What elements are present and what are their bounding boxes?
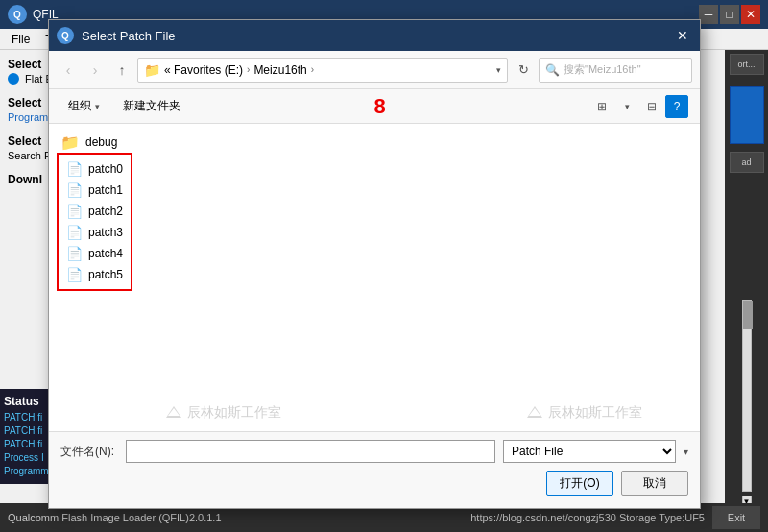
maximize-btn[interactable]: □ xyxy=(720,5,739,24)
watermark-right: 辰林如斯工作室 xyxy=(525,404,642,422)
file-icon-patch0: 📄 xyxy=(66,161,83,177)
breadcrumb-meizu: Meizu16th xyxy=(253,63,306,77)
refresh-button[interactable]: ↻ xyxy=(512,59,535,82)
file-icon-patch2: 📄 xyxy=(66,204,83,219)
organize-label: 组织 xyxy=(68,98,91,114)
breadcrumb-sep-1: › xyxy=(247,64,250,75)
dialog-navbar: ‹ › ↑ 📁 « Favorites (E:) › Meizu16th › ▾… xyxy=(49,51,700,89)
file-name-patch0: patch0 xyxy=(88,162,123,176)
filetype-select[interactable]: Patch File xyxy=(503,440,676,463)
breadcrumb-bar[interactable]: 📁 « Favorites (E:) › Meizu16th › ▾ xyxy=(137,58,508,83)
breadcrumb-dropdown-icon: ▾ xyxy=(496,65,501,75)
file-item-patch5[interactable]: 📄 patch5 xyxy=(62,264,127,285)
sidebar-blue-block xyxy=(730,86,764,144)
folder-debug[interactable]: 📁 debug xyxy=(57,132,692,153)
view-btn-help[interactable]: ? xyxy=(665,95,688,118)
file-main-panel: 📁 debug 📄 patch0 📄 patch1 📄 patch2 xyxy=(49,124,700,431)
search-placeholder-text: 搜索"Meizu16th" xyxy=(564,62,641,77)
filename-input[interactable] xyxy=(126,440,495,463)
file-list-highlighted: 📄 patch0 📄 patch1 📄 patch2 📄 patch3 📄 xyxy=(57,153,132,291)
dialog-title-icon: Q xyxy=(57,27,74,44)
new-folder-label: 新建文件夹 xyxy=(123,98,180,114)
file-item-patch3[interactable]: 📄 patch3 xyxy=(62,222,127,243)
qfil-logo-icon: Q xyxy=(8,5,27,24)
view-btn-grid[interactable]: ⊞ xyxy=(590,95,613,118)
dialog-close-button[interactable]: ✕ xyxy=(673,26,692,45)
search-box[interactable]: 🔍 搜索"Meizu16th" xyxy=(539,58,692,83)
filetype-dropdown-icon[interactable]: ▾ xyxy=(684,447,688,457)
search-icon: 🔍 xyxy=(545,63,560,77)
nav-up-button[interactable]: ↑ xyxy=(110,59,133,82)
footer-filename-row: 文件名(N): Patch File ▾ xyxy=(60,440,688,463)
dialog-title: Select Patch File xyxy=(82,29,673,43)
file-icon-patch4: 📄 xyxy=(66,246,83,261)
exit-button[interactable]: Exit xyxy=(712,506,760,529)
menu-file[interactable]: File xyxy=(4,31,37,48)
organize-dropdown-icon: ▾ xyxy=(95,102,100,111)
breadcrumb-favorites: « Favorites (E:) xyxy=(164,63,243,77)
taskbar-right-info: https://blog.csdn.net/congzj530 Storage … xyxy=(470,512,705,523)
filename-label: 文件名(N): xyxy=(60,444,118,460)
nav-forward-button[interactable]: › xyxy=(84,59,107,82)
nav-back-button[interactable]: ‹ xyxy=(57,59,80,82)
folder-icon: 📁 xyxy=(144,62,160,78)
file-item-patch4[interactable]: 📄 patch4 xyxy=(62,243,127,264)
dialog-titlebar: Q Select Patch File ✕ xyxy=(49,20,700,51)
sidebar-btn-ad[interactable]: ad xyxy=(730,152,764,173)
file-name-patch3: patch3 xyxy=(88,226,123,239)
file-name-patch1: patch1 xyxy=(88,183,123,197)
organize-button[interactable]: 组织 ▾ xyxy=(60,94,108,119)
taskbar-version: 2.0.1.1 xyxy=(189,512,222,523)
sidebar-btn-ort[interactable]: ort... xyxy=(730,54,764,75)
view-dropdown-btn[interactable]: ▾ xyxy=(615,95,638,118)
radio-flat[interactable] xyxy=(8,73,19,85)
dialog-toolbar: 组织 ▾ 新建文件夹 8 ⊞ ▾ ⊟ ? xyxy=(49,89,700,124)
file-name-patch5: patch5 xyxy=(88,268,123,281)
new-folder-button[interactable]: 新建文件夹 xyxy=(115,94,188,119)
file-name-patch4: patch4 xyxy=(88,247,123,260)
view-buttons: ⊞ ▾ ⊟ ? xyxy=(590,95,688,118)
scrollbar-thumb[interactable] xyxy=(743,301,753,329)
scrollbar[interactable] xyxy=(742,300,752,492)
file-item-patch1[interactable]: 📄 patch1 xyxy=(62,180,127,201)
file-icon-patch1: 📄 xyxy=(66,182,83,198)
dialog-footer: 文件名(N): Patch File ▾ 打开(O) 取消 xyxy=(49,431,700,508)
file-name-patch2: patch2 xyxy=(88,205,123,218)
file-icon-patch5: 📄 xyxy=(66,267,83,282)
close-btn[interactable]: ✕ xyxy=(741,5,760,24)
dialog-file-area: 📁 debug 📄 patch0 📄 patch1 📄 patch2 xyxy=(49,124,700,431)
folder-debug-icon: 📁 xyxy=(60,133,80,152)
file-icon-patch3: 📄 xyxy=(66,225,83,240)
right-sidebar: ort... ad ▼ xyxy=(725,50,768,511)
breadcrumb-sep-2: › xyxy=(311,64,314,75)
taskbar-app-name: Qualcomm Flash Image Loader (QFIL) xyxy=(8,512,189,523)
view-btn-detail[interactable]: ⊟ xyxy=(640,95,663,118)
minimize-btn[interactable]: ─ xyxy=(699,5,718,24)
file-item-patch2[interactable]: 📄 patch2 xyxy=(62,201,127,222)
folder-debug-name: debug xyxy=(85,135,117,149)
open-button[interactable]: 打开(O) xyxy=(546,471,613,496)
cancel-button[interactable]: 取消 xyxy=(621,471,688,496)
footer-buttons: 打开(O) 取消 xyxy=(60,471,688,496)
toolbar-number: 8 xyxy=(373,94,385,119)
file-item-patch0[interactable]: 📄 patch0 xyxy=(62,158,127,180)
file-dialog: Q Select Patch File ✕ ‹ › ↑ 📁 « Favorite… xyxy=(48,19,701,509)
watermark-left: 辰林如斯工作室 xyxy=(164,404,281,422)
